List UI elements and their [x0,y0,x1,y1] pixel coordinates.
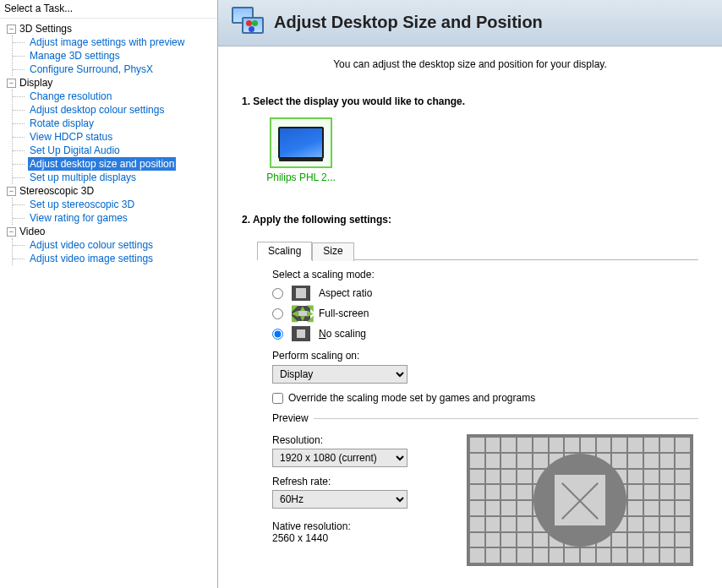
settings-tabs: Scaling Size [257,241,698,259]
override-label: Override the scaling mode set by games a… [288,392,535,404]
preview-circle-icon [533,454,626,547]
tree-item[interactable]: View HDCP status [13,130,217,144]
preview-graphic [467,434,693,566]
tree-group-label: 3D Settings [19,22,72,35]
tree-link[interactable]: Set up multiple displays [28,171,138,184]
full-screen-icon: ◤▲◥ ◀▶ ◣▼◢ [292,306,310,321]
tree-item[interactable]: Rotate display [13,117,217,130]
tree-link[interactable]: Adjust image settings with preview [28,35,186,49]
display-thumbnail [270,117,332,168]
tree-link[interactable]: View rating for games [28,211,129,225]
tree-collapse-icon[interactable]: − [7,24,16,34]
tree-group-display[interactable]: −Display [3,76,217,90]
scaling-mode-label: Select a scaling mode: [272,269,698,280]
page-title: Adjust Desktop Size and Position [274,13,543,32]
refresh-select[interactable]: 60Hz [272,490,407,509]
radio-aspect-input[interactable] [272,288,283,299]
override-checkbox[interactable] [272,393,283,404]
monitor-icon [278,127,324,159]
refresh-label: Refresh rate: [272,476,441,487]
tree-group-3d-settings[interactable]: −3D Settings [3,22,217,35]
display-tile[interactable]: Philips PHL 2... [265,117,336,183]
native-label: Native resolution: [272,520,441,532]
tree-collapse-icon[interactable]: − [7,187,16,196]
tree-link[interactable]: Rotate display [28,117,96,130]
tree-item[interactable]: Set up stereoscopic 3D [13,198,217,211]
tree-link[interactable]: Adjust video colour settings [28,238,155,252]
tree-item[interactable]: Set up multiple displays [13,171,217,184]
display-label: Philips PHL 2... [265,172,336,183]
override-row[interactable]: Override the scaling mode set by games a… [272,392,698,404]
tree-item[interactable]: Configure Surround, PhysX [13,63,217,76]
radio-full-input[interactable] [272,308,283,319]
sidebar-header: Select a Task... [0,0,217,19]
tab-scaling[interactable]: Scaling [257,242,312,260]
tree-item[interactable]: View rating for games [13,211,217,225]
radio-full-label: Full-screen [319,308,369,319]
radio-none-label: No scaling [319,328,366,340]
page-description: You can adjust the desktop size and posi… [242,58,698,70]
tree-link[interactable]: Set Up Digital Audio [28,144,122,157]
perform-on-select[interactable]: Display [272,365,407,384]
tree-item[interactable]: Adjust image settings with preview [13,35,217,49]
content-area: You can adjust the desktop size and posi… [218,46,722,588]
task-tree: −3D SettingsAdjust image settings with p… [0,19,217,265]
perform-on-label: Perform scaling on: [272,350,698,362]
tree-item[interactable]: Adjust video colour settings [13,238,217,252]
title-bar: Adjust Desktop Size and Position [218,0,722,46]
preview-legend: Preview [272,412,314,424]
tree-collapse-icon[interactable]: − [7,79,16,88]
tree-item[interactable]: Adjust desktop colour settings [13,103,217,117]
native-value: 2560 x 1440 [272,532,441,544]
tree-link[interactable]: Manage 3D settings [28,49,122,63]
tree-link[interactable]: Configure Surround, PhysX [28,63,155,76]
radio-none-input[interactable] [272,329,283,340]
radio-no-scaling[interactable]: No scaling [272,326,698,341]
tree-collapse-icon[interactable]: − [7,227,16,237]
tree-group-label: Video [19,225,45,238]
radio-aspect-label: Aspect ratio [319,287,372,299]
resolution-label: Resolution: [272,434,441,446]
aspect-ratio-icon [292,286,310,301]
task-sidebar: Select a Task... −3D SettingsAdjust imag… [0,0,218,588]
tree-group-label: Display [19,76,52,90]
tree-link[interactable]: View HDCP status [28,130,114,144]
tree-link[interactable]: Set up stereoscopic 3D [28,198,136,211]
tree-group-video[interactable]: −Video [3,225,217,238]
display-settings-icon [230,5,264,39]
main-panel: Adjust Desktop Size and Position You can… [218,0,722,588]
step1-heading: 1. Select the display you would like to … [242,95,698,107]
tree-item[interactable]: Adjust video image settings [13,252,217,265]
scaling-panel: Select a scaling mode: Aspect ratio ◤▲◥ … [257,259,698,566]
tree-item[interactable]: Manage 3D settings [13,49,217,63]
radio-full-screen[interactable]: ◤▲◥ ◀▶ ◣▼◢ Full-screen [272,306,698,321]
no-scaling-icon [292,326,310,341]
tree-item[interactable]: Adjust desktop size and position [13,157,217,171]
tab-size[interactable]: Size [312,242,353,261]
step2-heading: 2. Apply the following settings: [242,214,698,226]
tree-link[interactable]: Adjust video image settings [28,252,155,265]
resolution-select[interactable]: 1920 x 1080 (current) [272,449,407,467]
tree-group-label: Stereoscopic 3D [19,184,94,198]
tree-group-stereoscopic-3d[interactable]: −Stereoscopic 3D [3,184,217,198]
tree-item[interactable]: Set Up Digital Audio [13,144,217,157]
radio-aspect-ratio[interactable]: Aspect ratio [272,286,698,301]
preview-fieldset: Preview Resolution: 1920 x 1080 (current… [272,412,698,566]
tree-link[interactable]: Adjust desktop colour settings [28,103,166,117]
tree-link[interactable]: Change resolution [28,90,113,103]
tree-item[interactable]: Change resolution [13,90,217,103]
tree-link[interactable]: Adjust desktop size and position [28,157,176,171]
